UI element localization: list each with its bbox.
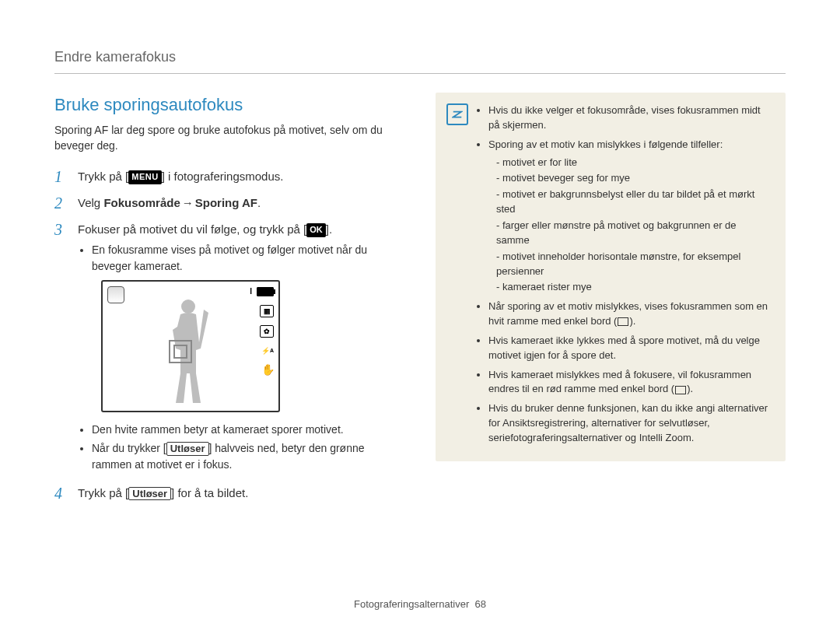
step-4: 4 Trykk på [Utløser] for å ta bildet. [54,485,404,502]
preview-status-icons: I ▦ ✿ ⚡A ✋ [250,286,274,376]
exposure-icon: ✿ [260,325,274,338]
section-title: Bruke sporingsautofokus [54,93,404,117]
note-b5: Hvis kameraet mislykkes med å fokusere, … [488,368,772,398]
step3-a: Fokuser på motivet du vil følge, og tryk… [78,222,306,236]
note-b3: Når sporing av et motiv mislykkes, vises… [488,299,772,329]
footer-page: 68 [474,598,485,610]
step-3: 3 Fokuser på motivet du vil følge, og tr… [54,221,404,475]
step2-e: . [257,196,261,209]
note-b5-b: ). [687,383,693,394]
step-number: 3 [54,221,68,475]
preview-indicator: I [250,286,252,298]
step-body: Fokuser på motivet du vil følge, og tryk… [78,221,404,475]
step3-b: ]. [326,222,332,236]
step-number: 2 [54,194,68,212]
step2-d: Sporing AF [195,196,257,209]
camera-preview: I ▦ ✿ ⚡A ✋ [101,280,280,412]
note-b2-s2: motivet beveger seg for mye [496,171,772,186]
step1-text-b: ] i fotograferingsmodus. [162,170,284,183]
step4-b: ] for å ta bildet. [171,486,248,499]
section-intro: Sporing AF lar deg spore og bruke autofo… [54,122,404,154]
step3-bullet3-a: Når du trykker [ [92,442,166,454]
step1-text-a: Trykk på [ [78,170,128,183]
note-icon [446,103,468,125]
note-b2-s3: motivet er bakgrunnsbelyst eller du tar … [496,187,772,217]
step-number: 1 [54,168,68,185]
note-box: Hvis du ikke velger et fokusområde, vise… [436,93,786,461]
page-footer: Fotograferingsalternativer 68 [0,597,840,612]
flash-icon: ⚡A [261,345,274,356]
shutter-label: Utløser [128,487,171,501]
step3-bullet2: Den hvite rammen betyr at kameraet spore… [92,422,404,437]
note-b2-text: Sporing av et motiv kan mislykkes i følg… [488,138,723,150]
frame-red-icon [675,386,686,394]
note-b1: Hvis du ikke velger et fokusområde, vise… [488,103,772,133]
step-body: Trykk på [Utløser] for å ta bildet. [78,485,404,502]
left-column: Bruke sporingsautofokus Sporing AF lar d… [54,93,404,511]
focus-frame-icon [169,340,192,363]
step-2: 2 Velg Fokusområde → Sporing AF. [54,194,404,212]
ok-icon: OK [306,223,326,237]
shutter-label: Utløser [166,442,209,456]
arrow-icon: → [180,194,195,212]
step3-sub-bullets-2: Den hvite rammen betyr at kameraet spore… [78,422,404,472]
note-b2-s1: motivet er for lite [496,156,772,170]
header-title: Endre kamerafokus [54,49,176,65]
note-b4: Hvis kameraet ikke lykkes med å spore mo… [488,334,772,363]
note-b2-sub: motivet er for lite motivet beveger seg … [488,156,772,296]
mode-icon [107,286,124,303]
step-1: 1 Trykk på [MENU] i fotograferingsmodus. [54,168,404,185]
svg-point-0 [181,299,195,313]
right-column: Hvis du ikke velger et fokusområde, vise… [436,93,786,511]
battery-icon [257,287,274,296]
menu-icon: MENU [128,170,161,184]
note-b2-s5: motivet inneholder horisontale mønstre, … [496,250,772,279]
page-header: Endre kamerafokus [54,47,786,74]
shutter-text: Utløser [132,488,167,499]
note-b5-a: Hvis kameraet mislykkes med å fokusere, … [488,369,751,395]
step2-a: Velg [78,196,103,209]
step-body: Trykk på [MENU] i fotograferingsmodus. [78,168,404,185]
step-number: 4 [54,485,68,502]
step2-b: Fokusområde [103,196,180,209]
frame-white-icon [618,317,628,326]
step4-a: Trykk på [ [78,486,128,499]
note-b2-s6: kameraet rister mye [496,280,772,295]
footer-section: Fotograferingsalternativer [354,598,469,610]
step3-bullet1: En fokusramme vises på motivet og følger… [92,242,404,274]
step3-bullet3: Når du trykker [Utløser] halvveis ned, b… [92,440,404,472]
note-b3-b: ). [629,315,635,327]
step3-sub-bullets: En fokusramme vises på motivet og følger… [78,242,404,274]
note-bullets: Hvis du ikke velger et fokusområde, vise… [478,103,772,446]
note-b2-s4: farger eller mønstre på motivet og bakgr… [496,219,772,248]
note-b6: Hvis du bruker denne funksjonen, kan du … [488,401,772,446]
steps-list: 1 Trykk på [MENU] i fotograferingsmodus.… [54,168,404,502]
note-b2: Sporing av et motiv kan mislykkes i følg… [488,138,772,295]
step-body: Velg Fokusområde → Sporing AF. [78,194,404,212]
shutter-text: Utløser [170,443,205,454]
resolution-icon: ▦ [260,305,274,317]
stabilizer-icon: ✋ [261,364,274,375]
